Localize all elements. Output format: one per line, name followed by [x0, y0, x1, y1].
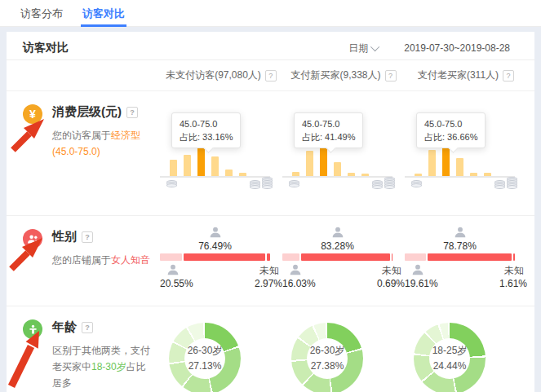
age-label-cell: 年龄 ? 区别于其他两类，支付老买家中18-30岁占比居多 — [7, 306, 160, 392]
column-label: 未支付访客(97,080人) — [166, 68, 261, 82]
bar[interactable] — [225, 170, 233, 176]
consume-level-label-cell: ¥ 消费层级(元) ? 您的访客属于经济型(45.0-75.0) — [7, 91, 160, 215]
gender-chart-unpaid[interactable]: 76.49%未知20.55%2.97% — [160, 216, 282, 306]
low-spend-coins-icon — [411, 183, 422, 187]
high-spend-coins-icon — [250, 179, 273, 189]
bar[interactable] — [334, 162, 341, 176]
coin — [166, 183, 177, 187]
desc-prefix: 您的访客属于 — [52, 130, 111, 141]
donut-center-value: 24.44% — [414, 360, 486, 372]
age-donut-chart[interactable]: 18-25岁24.44% — [414, 323, 486, 392]
age-desc: 区别于其他两类，支付老买家中18-30岁占比居多 — [52, 342, 155, 391]
consume-chart-old-buyers[interactable]: 45.0-75.0占比: 36.66% — [405, 91, 527, 215]
unknown-percent: 2.97% — [255, 278, 282, 289]
age-chart-new-buyers[interactable]: 26-30岁27.38% — [282, 306, 405, 392]
help-icon[interactable]: ? — [82, 322, 93, 333]
coin-stack — [250, 183, 260, 189]
donut-center-label: 18-25岁 — [414, 344, 486, 358]
date-filter-dropdown[interactable]: 日期 — [348, 42, 379, 55]
gender-segment-female — [428, 253, 512, 261]
bar-highlighted[interactable] — [320, 147, 327, 176]
female-icon — [331, 226, 344, 242]
low-spend-coins-icon — [289, 183, 299, 187]
tooltip-share: 占比: 33.16% — [180, 130, 233, 143]
bar[interactable] — [306, 151, 313, 176]
high-spend-coins-icon — [494, 179, 517, 189]
male-icon — [411, 263, 424, 280]
gender-chart-new-buyers[interactable]: 83.28%未知16.03%0.69% — [282, 216, 405, 306]
column-label: 支付老买家(311人) — [418, 68, 499, 82]
gender-bar[interactable] — [282, 253, 392, 261]
row-consume-level: ¥ 消费层级(元) ? 您的访客属于经济型(45.0-75.0) 45.0-75… — [7, 91, 534, 216]
tab-visitor-comparison[interactable]: 访客对比 — [82, 0, 125, 27]
bar-highlighted[interactable] — [197, 147, 205, 176]
unknown-label: 未知 — [382, 264, 401, 278]
donut-center-value: 27.38% — [291, 360, 363, 372]
male-percent: 19.61% — [405, 278, 438, 289]
gender-desc: 您的店铺属于女人知音 — [52, 252, 155, 268]
age-chart-unpaid[interactable]: 26-30岁27.13% — [160, 306, 282, 392]
bar-tooltip: 45.0-75.0占比: 41.49% — [294, 112, 363, 148]
tooltip-range: 45.0-75.0 — [302, 117, 355, 130]
tooltip-range: 45.0-75.0 — [180, 117, 233, 130]
help-icon[interactable]: ? — [265, 70, 277, 81]
gender-bar[interactable] — [160, 253, 270, 261]
chevron-down-icon — [370, 42, 379, 51]
gender-label-cell: 性别 ? 您的店铺属于女人知音 — [7, 216, 160, 306]
gender-segment-unknown — [267, 253, 270, 261]
consume-chart-new-buyers[interactable]: 45.0-75.0占比: 41.49% — [282, 91, 405, 215]
bar[interactable] — [170, 160, 177, 176]
male-percent: 20.55% — [160, 278, 193, 289]
row-title-text: 性别 — [52, 229, 77, 244]
help-icon[interactable]: ? — [126, 107, 138, 118]
yuan-glyph: ¥ — [29, 108, 36, 121]
row-title-text: 年龄 — [52, 319, 77, 335]
female-percent: 76.49% — [160, 240, 270, 252]
female-percent: 83.28% — [282, 240, 392, 252]
date-range-value[interactable]: 2019-07-30~2019-08-28 — [404, 42, 510, 54]
male-percent: 16.03% — [282, 278, 316, 289]
age-donut-chart[interactable]: 26-30岁27.13% — [169, 323, 241, 392]
gender-segment-male — [160, 253, 182, 261]
unknown-percent: 1.61% — [499, 278, 527, 289]
coin-stack — [262, 179, 273, 189]
gender-chart-old-buyers[interactable]: 78.78%未知19.61%1.61% — [405, 216, 527, 306]
donut-center-value: 27.13% — [169, 360, 241, 372]
spend-level-bars — [170, 147, 261, 176]
donut-center-label: 26-30岁 — [169, 344, 241, 358]
help-icon[interactable]: ? — [385, 70, 397, 81]
age-title: 年龄 ? — [52, 319, 153, 335]
bar-highlighted[interactable] — [442, 147, 450, 176]
visitor-comparison-panel: 访客对比 日期 2019-07-30~2019-08-28 未支付访客(97,0… — [7, 32, 534, 392]
coin — [372, 185, 383, 189]
tooltip-share: 占比: 41.49% — [302, 130, 355, 143]
bar[interactable] — [456, 158, 463, 176]
age-donut-chart[interactable]: 26-30岁27.38% — [291, 323, 363, 392]
gender-title: 性别 ? — [52, 229, 153, 244]
consume-chart-unpaid[interactable]: 45.0-75.0占比: 33.16% — [160, 91, 282, 215]
spend-level-bars — [415, 147, 506, 176]
bar[interactable] — [211, 156, 219, 176]
row-title-text: 消费层级(元) — [52, 104, 122, 120]
gender-segment-male — [405, 253, 426, 261]
male-icon — [166, 263, 180, 280]
age-person-icon — [23, 319, 42, 339]
gender-bar[interactable] — [405, 253, 515, 261]
help-icon[interactable]: ? — [503, 70, 514, 81]
column-unpaid-visitors: 未支付访客(97,080人) ? — [160, 68, 282, 82]
coin-stack — [384, 179, 395, 189]
bar[interactable] — [184, 155, 191, 176]
donut-center-label: 26-30岁 — [291, 344, 363, 358]
column-headers: 未支付访客(97,080人) ? 支付新买家(9,338人) ? 支付老买家(3… — [7, 60, 534, 91]
yuan-icon: ¥ — [23, 104, 42, 124]
age-chart-old-buyers[interactable]: 18-25岁24.44% — [405, 306, 527, 392]
unknown-label: 未知 — [259, 264, 279, 278]
coin — [250, 185, 260, 189]
unknown-percent: 0.69% — [377, 278, 405, 289]
tooltip-share: 占比: 36.66% — [424, 130, 477, 143]
bar[interactable] — [428, 150, 436, 176]
bar-tooltip: 45.0-75.0占比: 33.16% — [171, 112, 241, 148]
high-spend-coins-icon — [372, 179, 395, 189]
help-icon[interactable]: ? — [82, 231, 93, 243]
tab-visitor-distribution[interactable]: 访客分布 — [20, 0, 63, 27]
